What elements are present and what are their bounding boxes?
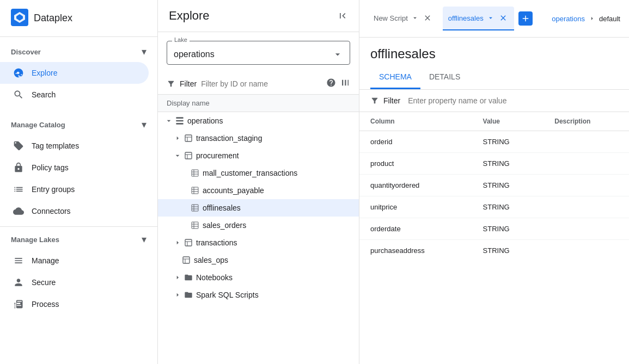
schema-value-cell: STRING (472, 240, 544, 262)
tree-item-operations[interactable]: operations (158, 112, 359, 129)
filter-bar: Filter (158, 73, 359, 95)
sidebar-item-search[interactable]: Search (0, 84, 149, 106)
sidebar: Dataplex Discover ▾ Explore Search Manag… (0, 0, 158, 364)
tab-offlinesales[interactable]: offlinesales (443, 7, 514, 30)
manage-lakes-header[interactable]: Manage Lakes ▾ (0, 229, 157, 250)
lake-value: operations (174, 50, 215, 59)
tab-schema[interactable]: SCHEMA (370, 66, 420, 89)
tabs-bar: New Script offlinesales (368, 7, 533, 30)
sidebar-item-connectors[interactable]: Connectors (0, 200, 149, 222)
app-logo (11, 9, 28, 28)
transaction-staging-label: transaction_staging (196, 134, 262, 143)
details-tab-label: DETAILS (429, 72, 460, 81)
display-name-header: Display name (167, 99, 210, 107)
filter-icon (167, 79, 175, 88)
discover-label: Discover (11, 48, 41, 56)
sidebar-item-process[interactable]: Process (0, 293, 149, 315)
file-tree: operations transaction_staging procureme… (158, 112, 359, 364)
tree-item-sales-ops[interactable]: sales_ops (158, 251, 359, 269)
right-panel: New Script offlinesales (359, 0, 629, 364)
help-icon[interactable] (326, 78, 336, 90)
tag-templates-label: Tag templates (32, 141, 79, 150)
middle-title: Explore (169, 9, 210, 23)
new-script-close-button[interactable] (422, 13, 433, 23)
process-label: Process (32, 300, 59, 309)
manage-lakes-label: Manage Lakes (11, 236, 59, 244)
description-header: Description (543, 112, 629, 131)
tree-item-spark-sql-scripts[interactable]: Spark SQL Scripts (158, 286, 359, 304)
svg-rect-1 (176, 117, 183, 119)
operations-label: operations (187, 116, 223, 125)
cloud-icon (13, 206, 24, 217)
manage-lakes-chevron-icon: ▾ (142, 233, 146, 245)
sidebar-item-tag-templates[interactable]: Tag templates (0, 135, 149, 157)
tree-item-transaction-staging[interactable]: transaction_staging (158, 129, 359, 147)
tree-item-offlinesales[interactable]: offlinesales (158, 199, 359, 217)
offlinesales-dropdown-icon[interactable] (487, 14, 494, 22)
app-title: Dataplex (34, 13, 72, 24)
sidebar-item-policy-tags[interactable]: Policy tags (0, 157, 149, 178)
sidebar-item-secure[interactable]: Secure (0, 272, 149, 293)
explore-label: Explore (32, 69, 57, 77)
schema-value-cell: STRING (472, 196, 544, 218)
schema-value-cell: STRING (472, 175, 544, 196)
schema-description-cell (543, 153, 629, 175)
lake-dropdown[interactable]: operations (167, 41, 350, 65)
schema-description-cell (543, 131, 629, 153)
tab-details[interactable]: DETAILS (420, 66, 469, 89)
breadcrumb-arrow-icon (588, 15, 596, 22)
schema-description-cell (543, 175, 629, 196)
sales-orders-label: sales_orders (203, 221, 246, 230)
tree-item-mall-customer-transactions[interactable]: mall_customer_transactions (158, 164, 359, 182)
new-script-dropdown-icon[interactable] (411, 14, 419, 22)
tree-item-accounts-payable[interactable]: accounts_payable (158, 182, 359, 199)
search-label: Search (32, 90, 56, 99)
manage-catalog-section: Manage Catalog ▾ Tag templates Policy ta… (0, 110, 157, 226)
schema-filter-input[interactable] (408, 96, 618, 105)
manage-catalog-label: Manage Catalog (11, 121, 65, 129)
breadcrumb-lake[interactable]: operations (552, 15, 585, 23)
sidebar-item-manage[interactable]: Manage (0, 250, 149, 272)
schema-details-tabs: SCHEMA DETAILS (359, 66, 629, 90)
sidebar-item-explore[interactable]: Explore (0, 62, 149, 84)
expand-notebooks-icon (173, 273, 182, 282)
filter-label: Filter (180, 79, 197, 88)
tree-item-procurement[interactable]: procurement (158, 147, 359, 164)
schema-row: orderid STRING (359, 131, 629, 153)
tree-item-notebooks[interactable]: Notebooks (158, 269, 359, 286)
middle-header: Explore (158, 0, 359, 32)
svg-rect-14 (192, 187, 198, 194)
schema-value-cell: STRING (472, 131, 544, 153)
table-offlinesales-icon (191, 203, 199, 212)
columns-icon[interactable] (340, 78, 350, 90)
new-script-label: New Script (374, 14, 408, 22)
svg-rect-7 (185, 152, 192, 159)
schema-content: Filter Column Value Description orderid … (359, 90, 629, 364)
schema-row: orderdate STRING (359, 218, 629, 240)
zone-transactions-icon (184, 238, 193, 247)
offlinesales-tree-label: offlinesales (203, 203, 241, 212)
offlinesales-close-button[interactable] (498, 13, 509, 23)
sidebar-item-entry-groups[interactable]: Entry groups (0, 178, 149, 200)
svg-rect-2 (176, 120, 183, 122)
filter-input[interactable] (201, 79, 322, 88)
discover-section-header[interactable]: Discover ▾ (0, 41, 157, 62)
add-tab-icon (521, 14, 530, 23)
add-tab-button[interactable] (518, 11, 533, 26)
schema-row: purchaseaddress STRING (359, 240, 629, 262)
tree-item-sales-orders[interactable]: sales_orders (158, 217, 359, 234)
collapse-panel-button[interactable] (337, 10, 348, 21)
explore-icon (13, 67, 24, 78)
zone-procurement-icon (184, 151, 193, 160)
zone-sales-ops-icon (182, 256, 191, 264)
manage-catalog-header[interactable]: Manage Catalog ▾ (0, 114, 157, 135)
app-header: Dataplex (0, 0, 157, 37)
tab-new-script[interactable]: New Script (368, 7, 438, 30)
svg-rect-3 (176, 123, 183, 125)
svg-rect-4 (185, 135, 192, 141)
breadcrumb: operations default (552, 15, 620, 23)
tree-item-transactions[interactable]: transactions (158, 234, 359, 251)
manage-catalog-chevron-icon: ▾ (142, 119, 146, 131)
schema-description-cell (543, 196, 629, 218)
person-icon (13, 277, 24, 288)
